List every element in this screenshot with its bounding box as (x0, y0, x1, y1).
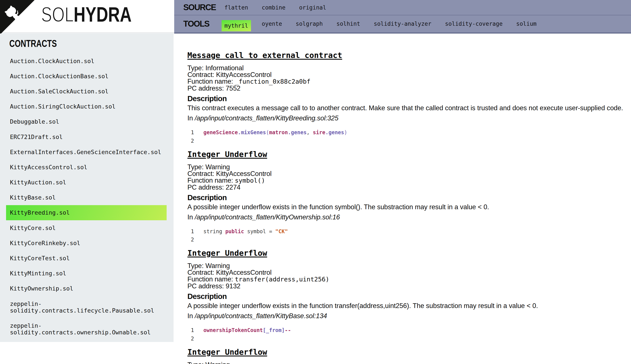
issue-section: Integer Underflow Type: Warning Contract… (187, 248, 631, 343)
issue-title: Integer Underflow (187, 348, 631, 357)
tools-item-mythril[interactable]: mythril (222, 20, 251, 31)
contract-list: Auction.ClockAuction.sol Auction.ClockAu… (6, 54, 167, 340)
github-corner-link[interactable] (0, 0, 35, 34)
code-token: sire (313, 130, 326, 136)
contract-item[interactable]: Auction.SiringClockAuction.sol (6, 99, 167, 114)
logo-hydra: HYDRA (74, 3, 132, 26)
tools-item-solidity-coverage[interactable]: solidity-coverage (445, 20, 502, 27)
line-number: 1 (191, 228, 203, 236)
code-token: symbol = (244, 228, 275, 234)
issue-pc: 7552 (226, 84, 240, 92)
description-heading: Description (187, 292, 631, 300)
app-logo: SOLHYDRA (41, 4, 132, 25)
tools-item-solhint[interactable]: solhint (337, 20, 360, 27)
line-number: 1 (191, 326, 203, 334)
issue-description: A possible integer underflow exists in t… (187, 204, 631, 210)
meta-label-type: Type: (187, 64, 204, 72)
issue-section: Integer Underflow Type: Warning Contract… (187, 150, 631, 244)
tools-item-solgraph[interactable]: solgraph (296, 20, 323, 27)
contract-item[interactable]: KittyAccessControl.sol (6, 160, 167, 175)
line-number: 1 (191, 128, 203, 137)
meta-label-function-name: Function name: (187, 78, 233, 85)
issue-function: _function_0x88c2a0bf (235, 78, 310, 85)
issue-contract: KittyAccessControl (216, 269, 271, 276)
code-token: matron (269, 130, 288, 136)
code-token: -- (285, 327, 291, 333)
meta-label-contract: Contract: (187, 170, 214, 178)
line-number: 2 (191, 236, 203, 244)
contract-item[interactable]: zeppelin-solidity.contracts.lifecycle.Pa… (6, 296, 167, 318)
issue-description: A possible integer underflow exists in t… (187, 302, 631, 309)
code-token: .genes (326, 130, 344, 136)
meta-label-pc-address: PC address: (187, 184, 224, 191)
source-item-combine[interactable]: combine (262, 4, 286, 11)
issue-description: This contract executes a message call to… (187, 104, 631, 111)
tools-item-solium[interactable]: solium (516, 20, 537, 27)
issue-meta: Type: Warning Contract: KittyAccessContr… (187, 164, 631, 191)
issue-meta: Type: Informational Contract: KittyAcces… (187, 65, 631, 92)
contract-item[interactable]: Auction.SaleClockAuction.sol (6, 84, 167, 99)
issue-type: Warning (205, 262, 230, 270)
report-main: Message call to external contract Type: … (174, 34, 631, 364)
issue-contract: KittyAccessControl (216, 71, 271, 78)
contract-item[interactable]: KittyAuction.sol (6, 175, 167, 190)
line-number: 2 (191, 137, 203, 145)
code-snippet: 1geneScience.mixGenes(matron.genes, sire… (187, 128, 631, 145)
contract-item[interactable]: Auction.ClockAuctionBase.sol (6, 68, 167, 84)
meta-label-contract: Contract: (187, 71, 214, 78)
contract-item[interactable]: KittyBase.sol (6, 190, 167, 205)
issue-meta: Type: Warning (187, 362, 631, 364)
contract-item-active[interactable]: KittyBreeding.sol (6, 205, 167, 220)
tools-item-solidity-analyzer[interactable]: solidity-analyzer (374, 20, 431, 27)
issue-pc: 2274 (226, 184, 240, 191)
code-token: ownershipTokenCount (203, 327, 263, 333)
issue-type: Informational (205, 64, 244, 72)
source-item-original[interactable]: original (299, 4, 326, 11)
issue-function: transfer(address,uint256) (235, 276, 329, 283)
contract-item[interactable]: zeppelin-solidity.contracts.ownership.Ow… (6, 318, 167, 340)
location-prefix: In (187, 312, 193, 320)
code-token: "CK" (275, 228, 288, 234)
contract-item[interactable]: KittyOwnership.sol (6, 281, 167, 296)
meta-label-contract: Contract: (187, 269, 214, 276)
meta-label-type: Type: (187, 163, 204, 171)
sidebar-title: CONTRACTS (9, 38, 134, 49)
contract-item[interactable]: ERC721Draft.sol (6, 129, 167, 144)
meta-label-pc-address: PC address: (187, 84, 224, 92)
issue-title: Integer Underflow (187, 150, 631, 159)
meta-label-type: Type: (187, 262, 204, 270)
description-heading: Description (187, 95, 631, 102)
code-token: .genes (288, 130, 307, 136)
issue-location: In /app/input/contracts_flatten/KittyOwn… (187, 214, 631, 220)
location-prefix: In (187, 213, 193, 221)
logo-sol: SOL (41, 3, 74, 26)
meta-label-type: Type: (187, 361, 204, 364)
code-token: ( (266, 130, 269, 136)
logo-band: SOLHYDRA (0, 0, 174, 33)
tools-menu-row: TOOLS mythril oyente solgraph solhint so… (174, 15, 631, 32)
description-heading: Description (187, 194, 631, 202)
header-menus: SOURCE flatten combine original TOOLS my… (174, 0, 631, 34)
issue-section: Integer Underflow Type: Warning (187, 348, 631, 364)
issue-meta: Type: Warning Contract: KittyAccessContr… (187, 262, 631, 290)
code-token: ) (344, 130, 347, 136)
contract-item[interactable]: KittyCoreTest.sol (6, 250, 167, 266)
issue-function: symbol() (235, 177, 265, 184)
tools-item-oyente[interactable]: oyente (262, 20, 282, 27)
contract-item[interactable]: KittyCore.sol (6, 220, 167, 236)
contracts-sidebar: CONTRACTS Auction.ClockAuction.sol Aucti… (0, 34, 174, 342)
meta-label-function-name: Function name: (187, 276, 233, 283)
source-item-flatten[interactable]: flatten (224, 4, 248, 11)
issue-contract: KittyAccessControl (216, 170, 271, 178)
issue-location-path: /app/input/contracts_flatten/KittyOwners… (195, 213, 340, 221)
code-token: geneScience (203, 130, 238, 136)
contract-item[interactable]: Auction.ClockAuction.sol (6, 54, 167, 68)
issue-title: Message call to external contract (187, 51, 631, 60)
contract-item[interactable]: KittyCoreRinkeby.sol (6, 236, 167, 250)
octocat-corner-icon (0, 0, 35, 34)
contract-item[interactable]: Debuggable.sol (6, 114, 167, 129)
contract-item[interactable]: ExternalInterfaces.GeneScienceInterface.… (6, 144, 167, 160)
issue-location: In /app/input/contracts_flatten/KittyBas… (187, 312, 631, 319)
issue-location-path: /app/input/contracts_flatten/KittyBreedi… (195, 114, 339, 122)
contract-item[interactable]: KittyMinting.sol (6, 266, 167, 281)
